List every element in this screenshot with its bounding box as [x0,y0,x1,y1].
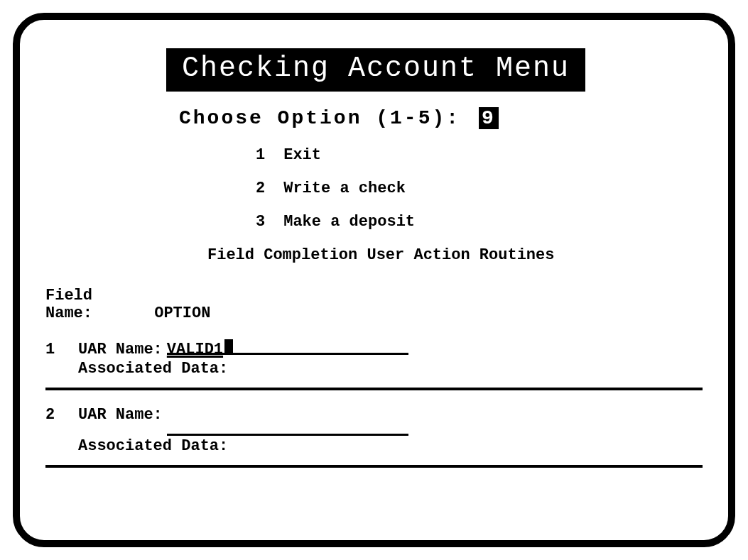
divider [45,388,703,390]
uar-name-label: UAR Name: [78,341,163,358]
uar-name-input-2[interactable] [167,419,408,436]
terminal-frame: Checking Account Menu Choose Option (1-5… [13,13,735,547]
menu-list: 1 Exit 2 Write a check 3 Make a deposit [256,146,703,231]
menu-item-exit[interactable]: 1 Exit [256,146,703,164]
uar-name-label: UAR Name: [78,406,163,424]
option-prompt: Choose Option (1-5): 9 [179,107,703,129]
menu-item-write-check[interactable]: 2 Write a check [256,180,703,197]
uar-index: 1 [45,341,78,358]
menu-item-make-deposit[interactable]: 3 Make a deposit [256,213,703,231]
uar-block-2: 2 UAR Name: Associated Data: [45,406,703,468]
uar-name-input-1[interactable]: VALID1 [167,338,408,355]
menu-item-label: Exit [283,146,321,164]
menu-item-label: Make a deposit [283,213,415,231]
menu-item-label: Write a check [283,180,406,197]
menu-item-number: 3 [256,213,274,231]
option-input[interactable]: 9 [479,107,499,129]
associated-data-label: Associated Data: [78,360,228,378]
menu-item-number: 2 [256,180,274,197]
associated-data-label: Associated Data: [78,437,228,455]
field-name-row: Field Name: OPTION [45,287,703,322]
text-cursor-icon [224,339,233,355]
field-name-label: Field Name: [45,287,145,322]
uar-index: 2 [45,406,78,424]
uar-block-1: 1 UAR Name: VALID1 Associated Data: [45,338,703,390]
uar-name-value: VALID1 [167,341,223,358]
menu-item-number: 1 [256,146,274,164]
section-title: Field Completion User Action Routines [207,246,703,264]
page-title: Checking Account Menu [166,48,585,92]
option-prompt-label: Choose Option (1-5): [179,107,460,129]
field-name-value: OPTION [154,304,210,322]
divider [45,465,703,468]
